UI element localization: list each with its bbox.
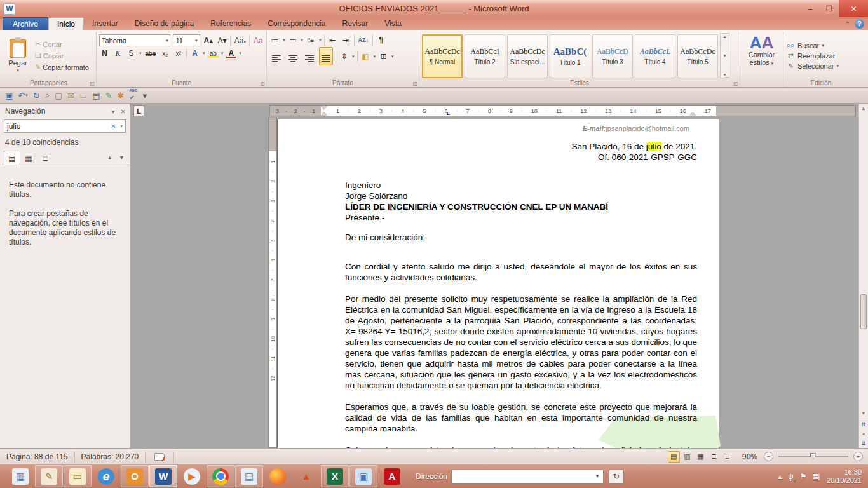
- paint-icon[interactable]: ✎: [35, 465, 63, 487]
- nero-icon[interactable]: ▲: [292, 465, 320, 487]
- tab-vista[interactable]: Vista: [376, 17, 409, 30]
- media-player-icon[interactable]: ▶: [178, 465, 206, 487]
- decrease-indent-button[interactable]: ⇤: [327, 35, 338, 45]
- tab-revisar[interactable]: Revisar: [334, 17, 377, 30]
- show-paragraph-marks-button[interactable]: ¶: [376, 35, 386, 45]
- print-preview-icon[interactable]: ⌕: [44, 90, 51, 100]
- outlook-icon[interactable]: O: [121, 465, 149, 487]
- tab-diseño-de-página[interactable]: Diseño de página: [126, 17, 202, 30]
- outline-view[interactable]: ≣: [708, 451, 720, 463]
- network-icon[interactable]: ▤: [813, 472, 820, 481]
- select-button[interactable]: ⇖Seleccionar▾: [786, 62, 856, 70]
- previous-result-icon[interactable]: ▲: [107, 154, 112, 161]
- right-indent-marker[interactable]: [689, 112, 696, 116]
- previous-page-icon[interactable]: ⇈: [859, 419, 868, 429]
- text-effects-button[interactable]: A: [189, 48, 200, 58]
- bullets-button[interactable]: ≔: [269, 35, 280, 45]
- styles-dialog-launcher[interactable]: ◱: [733, 81, 738, 86]
- taskbar-clock[interactable]: 16:30 20/10/2021: [827, 468, 868, 485]
- change-styles-button[interactable]: Cambiarestilos ▾: [749, 51, 775, 67]
- print-icon[interactable]: ▤: [91, 91, 101, 100]
- attachment-icon[interactable]: ✉: [66, 91, 76, 100]
- zoom-slider-thumb[interactable]: [810, 453, 816, 460]
- styles-scroll-up-icon[interactable]: ▲: [722, 34, 727, 39]
- clear-formatting-button[interactable]: Aa: [252, 36, 264, 46]
- usb-icon[interactable]: ψ: [788, 472, 794, 481]
- clear-search-icon[interactable]: ✕: [111, 123, 116, 130]
- collapse-ribbon-icon[interactable]: ⌃: [845, 20, 850, 27]
- qat-more-icon[interactable]: ▾: [142, 91, 149, 100]
- print-layout-view[interactable]: ▤: [668, 451, 680, 463]
- draft-view[interactable]: ≡: [721, 451, 733, 463]
- hanging-indent-marker[interactable]: [321, 112, 327, 116]
- folder-favorites-icon[interactable]: ✱: [116, 91, 126, 100]
- subscript-button[interactable]: x₂: [159, 50, 170, 58]
- style-sin-espaci-[interactable]: AaBbCcDcSin espaci...: [507, 34, 548, 78]
- line-spacing-button[interactable]: ⇕: [339, 51, 349, 62]
- font-size-combo[interactable]: 11▾: [173, 34, 200, 46]
- fullscreen-reading-view[interactable]: ▥: [681, 451, 693, 463]
- font-dialog-launcher[interactable]: ◱: [260, 81, 265, 86]
- autocad-icon[interactable]: A: [378, 465, 406, 487]
- word-icon[interactable]: W: [149, 465, 177, 487]
- navigation-pane-menu-icon[interactable]: ▾: [112, 108, 115, 115]
- style-título-5[interactable]: AaBbCcDcTítulo 5: [677, 34, 718, 78]
- help-icon[interactable]: ?: [855, 19, 864, 29]
- save-icon[interactable]: ▣: [4, 91, 14, 100]
- edit-document-icon[interactable]: ✎: [104, 91, 114, 100]
- internet-explorer-icon[interactable]: e: [92, 465, 120, 487]
- paste-button[interactable]: Pegar▾: [4, 33, 32, 78]
- show-hidden-icons[interactable]: ▴: [778, 472, 782, 481]
- numbering-button[interactable]: ≕: [288, 35, 299, 45]
- spell-check-icon[interactable]: ABC✔: [128, 89, 139, 102]
- strikethrough-button[interactable]: abe: [144, 50, 158, 58]
- style--normal[interactable]: AaBbCcDc¶ Normal: [422, 34, 463, 78]
- tab-referencias[interactable]: Referencias: [202, 17, 259, 30]
- first-line-indent-marker[interactable]: [321, 106, 327, 110]
- action-center-flag-icon[interactable]: ⚑: [800, 472, 807, 481]
- multilevel-list-button[interactable]: ⁝≡: [306, 36, 316, 44]
- navigation-pane-close-icon[interactable]: ✕: [121, 108, 126, 115]
- styles-scroll-down-icon[interactable]: ▼: [722, 53, 727, 58]
- zoom-in-button[interactable]: +: [853, 452, 863, 461]
- cut-button[interactable]: ✂Cortar: [33, 39, 91, 50]
- search-input[interactable]: [7, 122, 111, 131]
- address-go-icon[interactable]: ↻: [609, 470, 624, 484]
- snipping-tool-icon[interactable]: ▣: [349, 465, 377, 487]
- italic-button[interactable]: K: [112, 48, 123, 59]
- tab-insertar[interactable]: Insertar: [84, 17, 126, 30]
- align-left-button[interactable]: [269, 47, 283, 65]
- scroll-down-icon[interactable]: ▼: [859, 409, 868, 418]
- proofing-status[interactable]: [146, 452, 174, 462]
- clipboard-dialog-launcher[interactable]: ◱: [90, 81, 95, 86]
- scroll-up-icon[interactable]: ▲: [859, 104, 868, 113]
- borders-button[interactable]: ⊞: [378, 51, 389, 62]
- search-options-icon[interactable]: ▾: [120, 124, 123, 129]
- zoom-slider[interactable]: [778, 456, 848, 458]
- tab-stop-marker[interactable]: L: [447, 111, 450, 116]
- justify-button[interactable]: [319, 47, 333, 65]
- browse-results-tab[interactable]: ≣: [37, 151, 53, 165]
- next-page-icon[interactable]: ⇊: [859, 438, 868, 448]
- new-document-icon[interactable]: ▢: [53, 91, 64, 100]
- select-browse-object-icon[interactable]: ●: [859, 429, 868, 438]
- word-count[interactable]: Palabras: 20.270: [75, 452, 146, 462]
- change-case-button[interactable]: Aa▾: [233, 36, 247, 46]
- increase-indent-button[interactable]: ⇥: [341, 35, 351, 45]
- next-result-icon[interactable]: ▼: [119, 154, 125, 161]
- undo-icon[interactable]: ↶▾: [17, 91, 29, 100]
- copy-button[interactable]: ❏Copiar: [33, 50, 91, 61]
- excel-icon[interactable]: X: [321, 465, 349, 487]
- address-input[interactable]: [452, 470, 592, 483]
- style-título-4[interactable]: AaBbCcLTítulo 4: [635, 34, 675, 78]
- open-folder-icon[interactable]: ▭: [78, 91, 88, 100]
- shrink-font-button[interactable]: A▾: [217, 36, 227, 46]
- tab-correspondencia[interactable]: Correspondencia: [259, 17, 334, 30]
- calculator-icon[interactable]: ▦: [6, 465, 34, 487]
- browse-headings-tab[interactable]: ▤: [4, 151, 20, 165]
- explorer-icon[interactable]: ▭: [64, 465, 92, 487]
- zoom-level[interactable]: 90%: [742, 452, 757, 461]
- font-color-button[interactable]: A: [226, 48, 236, 58]
- find-button[interactable]: ⌕⌕Buscar▾: [786, 41, 856, 50]
- tab-stop-selector[interactable]: L: [133, 105, 144, 116]
